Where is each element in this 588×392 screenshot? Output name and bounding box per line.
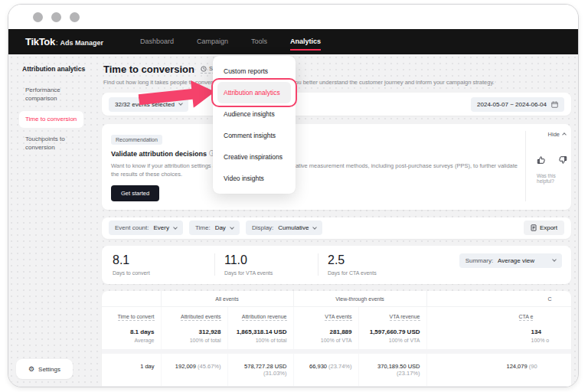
calendar-icon bbox=[551, 101, 558, 108]
col-attributed-events[interactable]: Attributed events bbox=[161, 306, 227, 325]
browser-window: TikTok : Ads Manager Dashboard Campaign … bbox=[8, 4, 579, 387]
summary-sub: 100% of total bbox=[228, 338, 287, 343]
summary-sub: 100% of total bbox=[162, 338, 221, 343]
nav-tools[interactable]: Tools bbox=[251, 33, 267, 51]
group-header-view-through: View-through events bbox=[293, 291, 426, 307]
gear-icon: ⚙ bbox=[28, 365, 34, 373]
summary-sub: 100% o bbox=[531, 338, 571, 343]
recommendation-text: Want to know if your attribution setting… bbox=[111, 162, 518, 179]
get-started-button[interactable]: Get started bbox=[111, 185, 159, 201]
col-time-to-convert[interactable]: Time to convert bbox=[102, 306, 161, 325]
cell-value: 124,079 bbox=[507, 363, 528, 370]
main-nav: Dashboard Campaign Tools Analytics bbox=[140, 33, 321, 51]
table-controls-bar: Event count: Every Time: Day Display: Cu… bbox=[102, 217, 571, 239]
helpful-label: Was this helpful? bbox=[537, 173, 567, 184]
tiktok-logo[interactable]: TikTok : Ads Manager bbox=[25, 36, 103, 47]
summary-value: 134 bbox=[531, 328, 571, 335]
page-description: Find out how long it takes people to con… bbox=[103, 79, 570, 86]
sidebar-item-touchpoints-to-conversion[interactable]: Touchpoints to conversion bbox=[19, 131, 83, 157]
recommendation-title: Validate attribution decisions bbox=[111, 150, 207, 158]
hide-recommendation-link[interactable]: Hide bbox=[548, 131, 566, 138]
analytics-dropdown-menu: Custom reports Attribution analytics Aud… bbox=[213, 56, 296, 194]
stat-value: 11.0 bbox=[224, 253, 318, 267]
summary-view-dropdown[interactable]: Summary: Average view bbox=[459, 253, 562, 268]
stat-days-cta: 2.5 Days for CTA events bbox=[318, 253, 421, 276]
cell-percent: (31.03%) bbox=[263, 370, 286, 377]
events-selected-dropdown[interactable]: 32/32 events selected bbox=[109, 97, 188, 112]
summary-value: Average view bbox=[498, 257, 534, 264]
nav-campaign[interactable]: Campaign bbox=[197, 33, 228, 51]
menu-item-custom-reports[interactable]: Custom reports bbox=[217, 60, 291, 82]
event-count-value: Every bbox=[153, 224, 168, 231]
date-range-picker[interactable]: 2024-05-07 ~ 2024-06-04 bbox=[471, 97, 564, 112]
recommendation-text-right: ative measurement methods, including pos… bbox=[296, 162, 518, 170]
stat-days-vta: 11.0 Days for VTA events bbox=[214, 253, 318, 276]
settings-button[interactable]: ⚙ Settings bbox=[16, 359, 73, 379]
nav-dashboard[interactable]: Dashboard bbox=[140, 33, 174, 51]
cell-value: 192,009 bbox=[175, 363, 196, 370]
display-dropdown[interactable]: Display: Cumulative bbox=[246, 220, 322, 235]
event-count-label: Event count: bbox=[115, 224, 149, 231]
conversion-table-card: All events View-through events C Time to… bbox=[102, 291, 571, 388]
col-attribution-revenue[interactable]: Attribution revenue bbox=[227, 306, 293, 325]
summary-sub: 100% of VTA bbox=[359, 338, 420, 343]
menu-item-attribution-analytics[interactable]: Attribution analytics bbox=[217, 82, 291, 103]
thumbs-up-icon[interactable] bbox=[537, 154, 546, 168]
thumbs-down-icon[interactable] bbox=[558, 154, 567, 168]
page-title: Time to conversion bbox=[103, 64, 194, 75]
table-column-header-row: Time to convert Attributed events Attrib… bbox=[102, 306, 571, 325]
hide-label: Hide bbox=[548, 131, 560, 138]
export-button[interactable]: Export bbox=[524, 220, 564, 235]
cell-value: 370,189.50 USD bbox=[377, 363, 420, 370]
recommendation-body: Recommendation Validate attribution deci… bbox=[111, 131, 518, 201]
cell-percent: (90 bbox=[529, 363, 537, 370]
app-header: TikTok : Ads Manager Dashboard Campaign … bbox=[8, 29, 578, 54]
recommendation-feedback: Hide Was this helpful? bbox=[525, 131, 567, 201]
nav-analytics[interactable]: Analytics bbox=[290, 33, 321, 51]
display-label: Display: bbox=[252, 224, 273, 231]
stat-days-to-convert: 8.1 Days to convert bbox=[111, 253, 214, 276]
cell-value: 66,930 bbox=[309, 363, 327, 370]
events-filter-bar: 32/32 events selected 2024-05-07 ~ 2024-… bbox=[102, 93, 571, 116]
export-label: Export bbox=[540, 224, 557, 231]
stats-summary-card: 8.1 Days to convert 11.0 Days for VTA ev… bbox=[102, 246, 571, 284]
main-panel: Time to conversion Sampled rep Find out … bbox=[102, 64, 571, 387]
menu-item-video-insights[interactable]: Video insights bbox=[217, 168, 291, 189]
description-left: Find out how long it takes people to con… bbox=[103, 79, 214, 86]
sidebar-item-performance-comparison[interactable]: Performance comparison bbox=[19, 82, 83, 108]
recommendation-card: Recommendation Validate attribution deci… bbox=[102, 124, 571, 210]
menu-item-comment-insights[interactable]: Comment insights bbox=[217, 125, 291, 146]
col-vta-events[interactable]: VTA events bbox=[293, 306, 358, 325]
summary-value: 1,597,660.79 USD bbox=[359, 328, 420, 335]
export-icon bbox=[531, 224, 537, 231]
row-label: 1 day bbox=[102, 351, 161, 388]
group-header-click-through: C bbox=[426, 291, 571, 307]
recommendation-badge: Recommendation bbox=[111, 135, 162, 145]
page-content: Attribution analytics Performance compar… bbox=[8, 54, 578, 387]
stat-value: 2.5 bbox=[328, 253, 421, 267]
events-selected-value: 32/32 events selected bbox=[115, 101, 175, 108]
time-dropdown[interactable]: Time: Day bbox=[189, 220, 240, 235]
window-control-dot[interactable] bbox=[51, 12, 61, 22]
col-vta-revenue[interactable]: VTA revenue bbox=[358, 306, 426, 325]
sidebar-item-time-to-conversion[interactable]: Time to conversion bbox=[19, 111, 83, 129]
window-control-dot[interactable] bbox=[70, 12, 80, 22]
stat-value: 8.1 bbox=[113, 253, 214, 267]
description-right: elps you better understand the customer … bbox=[280, 79, 495, 86]
recommendation-text-line2: the results of these choices. bbox=[111, 170, 518, 178]
table-row: 1 day 192,009 (45.67%) 578,727.28 USD (3… bbox=[102, 351, 571, 388]
chevron-down-icon bbox=[230, 225, 234, 230]
recommendation-title-row: Validate attribution decisions ⓘ bbox=[111, 149, 518, 158]
menu-item-audience-insights[interactable]: Audience insights bbox=[217, 103, 291, 125]
chevron-down-icon bbox=[173, 225, 178, 230]
summary-sub: Average bbox=[102, 338, 155, 343]
table-group-header-row: All events View-through events C bbox=[102, 291, 571, 307]
logo-text: TikTok bbox=[25, 36, 55, 47]
event-count-dropdown[interactable]: Event count: Every bbox=[109, 220, 183, 235]
menu-item-creative-inspirations[interactable]: Creative inspirations bbox=[217, 146, 291, 168]
col-cta-events[interactable]: CTA e bbox=[426, 306, 571, 325]
time-value: Day bbox=[215, 224, 226, 231]
window-control-dot[interactable] bbox=[33, 12, 43, 22]
chevron-up-icon bbox=[562, 132, 567, 137]
cell-percent: (23.17%) bbox=[397, 370, 420, 377]
